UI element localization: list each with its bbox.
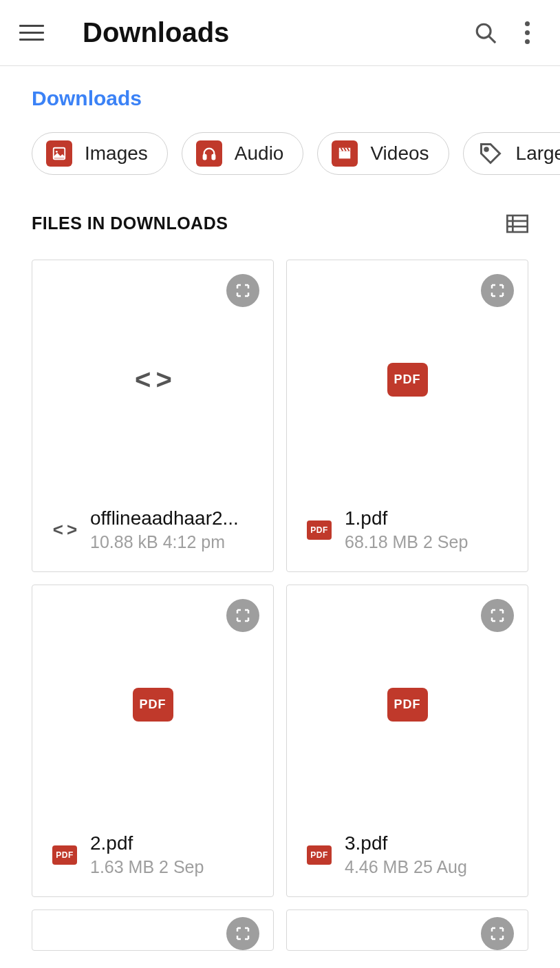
expand-icon[interactable]	[481, 274, 514, 307]
filter-chips-row: Images Audio Videos Large	[0, 124, 560, 183]
svg-line-1	[488, 36, 495, 43]
file-footer: PDF 2.pdf 1.63 MB 2 Sep	[32, 824, 273, 896]
file-footer: PDF 1.pdf 68.18 MB 2 Sep	[287, 499, 528, 571]
expand-icon[interactable]	[226, 917, 259, 950]
filter-chip-large[interactable]: Large	[463, 132, 560, 175]
file-meta: 10.88 kB 4:12 pm	[90, 532, 239, 552]
expand-icon[interactable]	[481, 917, 514, 950]
file-name: offlineaadhaar2...	[90, 507, 239, 529]
file-preview: < >	[32, 260, 273, 499]
more-options-icon[interactable]	[513, 19, 541, 47]
breadcrumb[interactable]: Downloads	[0, 66, 560, 124]
file-name: 3.pdf	[345, 832, 467, 854]
image-icon	[46, 140, 72, 167]
file-preview: PDF	[287, 260, 528, 499]
expand-icon[interactable]	[226, 599, 259, 632]
headphones-icon	[196, 140, 222, 167]
file-meta: 4.46 MB 25 Aug	[345, 857, 467, 877]
pdf-icon: PDF	[387, 363, 428, 397]
page-title: Downloads	[83, 17, 458, 48]
file-name: 2.pdf	[90, 832, 204, 854]
file-grid: < > < > offlineaadhaar2... 10.88 kB 4:12…	[0, 247, 560, 963]
pdf-icon: PDF	[52, 842, 78, 868]
code-icon: < >	[52, 517, 78, 543]
svg-rect-6	[339, 151, 351, 158]
svg-rect-5	[212, 155, 215, 159]
clapper-icon	[332, 140, 358, 167]
file-preview	[287, 910, 528, 950]
file-preview: PDF	[32, 585, 273, 824]
filter-chip-videos[interactable]: Videos	[317, 132, 449, 175]
svg-point-3	[56, 151, 58, 153]
pdf-icon: PDF	[306, 842, 332, 868]
list-view-toggle-icon[interactable]	[506, 214, 528, 233]
filter-chip-images[interactable]: Images	[32, 132, 168, 175]
file-card[interactable]: < > < > offlineaadhaar2... 10.88 kB 4:12…	[32, 260, 274, 572]
filter-label: Audio	[235, 143, 284, 165]
file-footer: < > offlineaadhaar2... 10.88 kB 4:12 pm	[32, 499, 273, 571]
tag-icon	[477, 140, 504, 167]
file-card[interactable]: PDF PDF 2.pdf 1.63 MB 2 Sep	[32, 585, 274, 897]
file-name: 1.pdf	[345, 507, 468, 529]
file-preview	[32, 910, 273, 950]
hamburger-menu-icon[interactable]	[19, 21, 44, 45]
file-card[interactable]	[32, 909, 274, 951]
pdf-icon: PDF	[133, 688, 173, 722]
pdf-icon: PDF	[306, 517, 332, 543]
file-footer: PDF 3.pdf 4.46 MB 25 Aug	[287, 824, 528, 896]
filter-label: Large	[516, 143, 560, 165]
file-card[interactable]: PDF PDF 1.pdf 68.18 MB 2 Sep	[286, 260, 528, 572]
section-header: FILES IN DOWNLOADS	[0, 183, 560, 247]
svg-point-7	[484, 148, 488, 151]
file-preview: PDF	[287, 585, 528, 824]
filter-label: Videos	[370, 143, 429, 165]
expand-icon[interactable]	[481, 599, 514, 632]
svg-rect-8	[507, 215, 527, 232]
svg-rect-4	[204, 155, 206, 159]
svg-point-0	[477, 24, 491, 38]
section-title: FILES IN DOWNLOADS	[32, 213, 228, 233]
file-meta: 68.18 MB 2 Sep	[345, 532, 468, 552]
file-card[interactable]	[286, 909, 528, 951]
code-icon: < >	[132, 359, 173, 401]
file-card[interactable]: PDF PDF 3.pdf 4.46 MB 25 Aug	[286, 585, 528, 897]
filter-label: Images	[85, 143, 148, 165]
file-meta: 1.63 MB 2 Sep	[90, 857, 204, 877]
search-icon[interactable]	[472, 19, 499, 47]
expand-icon[interactable]	[226, 274, 259, 307]
filter-chip-audio[interactable]: Audio	[182, 132, 304, 175]
pdf-icon: PDF	[387, 688, 428, 722]
app-header: Downloads	[0, 0, 560, 66]
